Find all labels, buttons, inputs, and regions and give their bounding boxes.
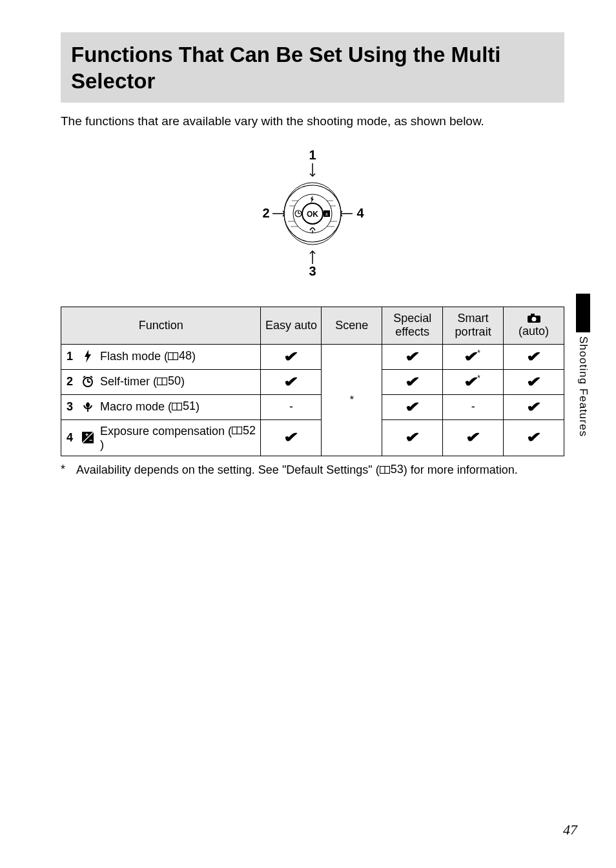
table-row: 2Self-timer (50)✔✔✔*✔ [61, 369, 564, 394]
function-label: Flash mode (48) [100, 349, 258, 363]
row-number: 3 [67, 400, 76, 414]
diagram-ok-label: OK [307, 210, 318, 219]
page-number: 47 [563, 822, 577, 838]
header-easy-auto: Easy auto [261, 307, 322, 344]
cell-easy-auto: ✔ [261, 344, 322, 369]
cell-auto: ✔ [504, 394, 564, 419]
macro-icon [81, 400, 95, 413]
cell-special: ✔ [382, 394, 443, 419]
cell-easy-auto: ✔ [261, 419, 322, 456]
cell-special: ✔ [382, 344, 443, 369]
function-table: Function Easy auto Scene Special effects… [61, 307, 564, 457]
footnote-marker: * [61, 463, 70, 477]
function-label: Self-timer (50) [100, 374, 258, 389]
diagram-label-4: 4 [356, 206, 364, 220]
page-title: Functions That Can Be Set Using the Mult… [71, 41, 554, 95]
table-row: 4+−Exposure compensation (52)✔✔✔✔ [61, 419, 564, 456]
row-number: 2 [67, 375, 76, 389]
svg-text:+: + [85, 432, 88, 438]
cell-auto: ✔ [504, 369, 564, 394]
svg-rect-18 [531, 314, 535, 316]
cell-easy-auto: - [261, 394, 322, 419]
footnote-text: Availability depends on the setting. See… [76, 463, 518, 477]
function-cell: 4+−Exposure compensation (52) [61, 419, 261, 456]
section-marker [576, 294, 590, 332]
header-auto-label: (auto) [518, 325, 549, 338]
table-row: 3Macro mode (51)-✔-✔ [61, 394, 564, 419]
cell-special: ✔ [382, 419, 443, 456]
diagram-label-1: 1 [309, 149, 316, 162]
side-tab: Shooting Features [576, 294, 590, 437]
row-number: 1 [67, 350, 76, 363]
diagram-label-3: 3 [309, 264, 316, 278]
cell-auto: ✔ [504, 419, 564, 456]
section-label: Shooting Features [577, 336, 590, 437]
header-special: Special effects [382, 307, 443, 344]
function-label: Macro mode (51) [100, 399, 258, 414]
function-label: Exposure compensation (52) [100, 424, 258, 452]
function-cell: 1Flash mode (48) [61, 344, 261, 369]
camera-icon [527, 313, 541, 323]
svg-line-26 [90, 376, 92, 378]
multi-selector-diagram: 1 2 4 3 [61, 149, 564, 281]
exposure-icon: +− [81, 431, 95, 444]
cell-easy-auto: ✔ [261, 369, 322, 394]
footnote: * Availability depends on the setting. S… [61, 463, 564, 477]
function-cell: 3Macro mode (51) [61, 394, 261, 419]
page-title-bar: Functions That Can Be Set Using the Mult… [61, 32, 564, 103]
svg-point-19 [531, 317, 536, 321]
exposure-icon: ± [323, 210, 330, 217]
row-number: 4 [67, 431, 76, 445]
header-auto: (auto) [504, 307, 564, 344]
flash-icon [81, 350, 95, 363]
cell-smart: ✔ [443, 419, 504, 456]
diagram-label-2: 2 [262, 206, 269, 220]
svg-text:−: − [89, 437, 92, 443]
cell-smart: ✔* [443, 344, 504, 369]
cell-smart: ✔* [443, 369, 504, 394]
header-scene: Scene [322, 307, 382, 344]
function-cell: 2Self-timer (50) [61, 369, 261, 394]
svg-line-25 [83, 376, 85, 378]
table-row: 1Flash mode (48)✔*✔✔*✔ [61, 344, 564, 369]
intro-text: The functions that are available vary wi… [61, 114, 564, 128]
timer-icon [81, 375, 95, 388]
cell-scene: * [322, 344, 382, 456]
table-header-row: Function Easy auto Scene Special effects… [61, 307, 564, 344]
cell-special: ✔ [382, 369, 443, 394]
header-function: Function [61, 307, 261, 344]
svg-text:±: ± [325, 211, 329, 217]
cell-smart: - [443, 394, 504, 419]
page-ref-icon [380, 466, 390, 474]
header-smart: Smart portrait [443, 307, 504, 344]
cell-auto: ✔ [504, 344, 564, 369]
